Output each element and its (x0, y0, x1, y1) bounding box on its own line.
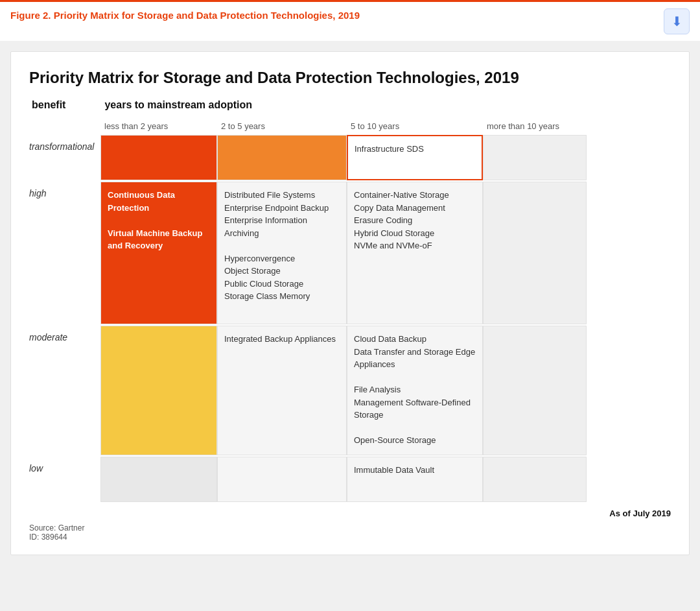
col-header-gt10: more than 10 years (483, 119, 587, 134)
mod-2to5-text: Integrated Backup Appliances (224, 334, 336, 344)
cell-low-2to5 (217, 457, 347, 502)
mod-5to10-text: Cloud Data Backup Data Transfer and Stor… (354, 334, 475, 445)
source-text: Source: Gartner (29, 523, 84, 533)
chart-title: Priority Matrix for Storage and Data Pro… (29, 67, 671, 88)
row-transformational: transformational Infrastructure SDS (29, 135, 671, 180)
cell-mod-lt2 (100, 326, 217, 455)
cell-high-gt10 (483, 182, 587, 324)
cell-trans-5to10: Infrastructure SDS (347, 135, 483, 180)
cell-low-gt10 (483, 457, 587, 502)
top-bar: Figure 2. Priority Matrix for Storage an… (0, 0, 700, 41)
cell-mod-2to5: Integrated Backup Appliances (217, 326, 347, 455)
column-headers: less than 2 years 2 to 5 years 5 to 10 y… (29, 119, 671, 134)
cell-trans-2to5 (217, 135, 347, 180)
cell-low-5to10: Immutable Data Vault (347, 457, 483, 502)
main-content: Priority Matrix for Storage and Data Pro… (10, 51, 690, 555)
row-high: high Continuous Data ProtectionVirtual M… (29, 182, 671, 324)
cell-mod-5to10: Cloud Data Backup Data Transfer and Stor… (347, 326, 483, 455)
cell-mod-gt10 (483, 326, 587, 455)
infra-sds-text: Infrastructure SDS (355, 144, 424, 154)
benefit-label: benefit (32, 99, 65, 111)
cell-trans-lt2 (100, 135, 217, 180)
high-2to5-text: Distributed File Systems Enterprise Endp… (224, 190, 329, 301)
high-5to10-text: Container-Native Storage Copy Data Manag… (354, 190, 449, 250)
col-header-empty (29, 119, 100, 134)
cell-high-2to5: Distributed File Systems Enterprise Endp… (217, 182, 347, 324)
row-label-high: high (29, 182, 100, 324)
col-header-lt2: less than 2 years (100, 119, 217, 134)
years-label: years to mainstream adoption (104, 99, 252, 111)
row-moderate: moderate Integrated Backup Appliances Cl… (29, 326, 671, 455)
low-5to10-text: Immutable Data Vault (354, 465, 434, 475)
cell-high-lt2: Continuous Data ProtectionVirtual Machin… (100, 182, 217, 324)
id-text: ID: 389644 (29, 533, 67, 542)
download-icon: ⬇ (671, 14, 682, 29)
row-label-transformational: transformational (29, 135, 100, 180)
cell-trans-gt10 (483, 135, 587, 180)
cell-high-5to10: Container-Native Storage Copy Data Manag… (347, 182, 483, 324)
as-of-text: As of July 2019 (609, 509, 671, 518)
footer-row: As of July 2019 (29, 503, 671, 521)
figure-title: Figure 2. Priority Matrix for Storage an… (10, 8, 360, 22)
cell-low-lt2 (100, 457, 217, 502)
row-label-moderate: moderate (29, 326, 100, 455)
row-low: low Immutable Data Vault (29, 457, 671, 502)
col-header-5to10: 5 to 10 years (347, 119, 483, 134)
row-label-low: low (29, 457, 100, 502)
high-lt2-text: Continuous Data ProtectionVirtual Machin… (108, 190, 202, 250)
col-header-2to5: 2 to 5 years (217, 119, 347, 134)
download-button[interactable]: ⬇ (664, 8, 690, 34)
source-row: Source: Gartner ID: 389644 (29, 523, 671, 542)
